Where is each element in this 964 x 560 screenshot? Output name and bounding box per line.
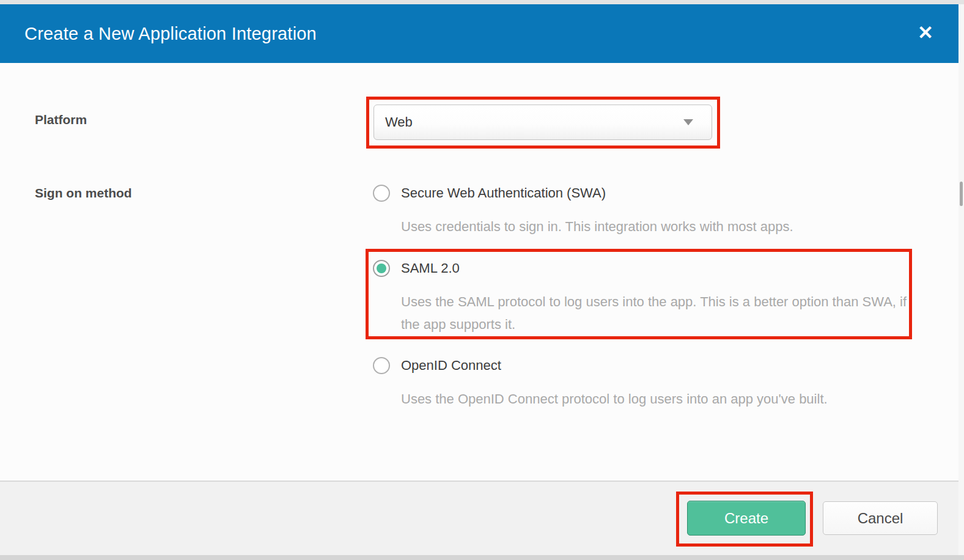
radio-option-label: Secure Web Authentication (SWA): [401, 185, 606, 201]
dialog-title: Create a New Application Integration: [24, 4, 317, 63]
radio-option-description: Uses the SAML protocol to log users into…: [401, 290, 910, 336]
platform-label: Platform: [35, 112, 87, 127]
dialog-footer: Create Cancel: [0, 481, 958, 555]
radio-button-swa[interactable]: [373, 185, 390, 202]
radio-option-saml[interactable]: SAML 2.0 Uses the SAML protocol to log u…: [373, 260, 911, 339]
create-button[interactable]: Create: [687, 501, 806, 536]
radio-button-saml-selected[interactable]: [373, 260, 390, 277]
radio-option-openid[interactable]: OpenID Connect Uses the OpenID Connect p…: [373, 357, 911, 412]
chevron-down-icon: [683, 119, 693, 125]
radio-option-label: SAML 2.0: [401, 260, 460, 276]
platform-select-value: Web: [385, 114, 413, 130]
radio-option-swa[interactable]: Secure Web Authentication (SWA) Uses cre…: [373, 185, 911, 240]
page-background-bottom-strip: [0, 555, 964, 560]
page-background-right-strip: [958, 4, 964, 555]
scrollbar-thumb[interactable]: [960, 182, 963, 206]
platform-select[interactable]: Web: [373, 105, 712, 140]
dialog-header: Create a New Application Integration ✕: [0, 4, 958, 63]
radio-option-description: Uses the OpenID Connect protocol to log …: [401, 388, 910, 410]
cancel-button[interactable]: Cancel: [823, 501, 938, 535]
sign-on-method-label: Sign on method: [35, 186, 132, 201]
page-background-top-strip: [0, 0, 964, 4]
dialog-body: Platform Web Sign on method Secure Web A…: [0, 63, 958, 481]
radio-option-description: Uses credentials to sign in. This integr…: [401, 215, 910, 238]
close-icon[interactable]: ✕: [910, 4, 941, 63]
radio-option-label: OpenID Connect: [401, 358, 501, 374]
create-app-integration-dialog: Create a New Application Integration ✕ P…: [0, 0, 964, 560]
radio-button-openid[interactable]: [373, 357, 390, 374]
